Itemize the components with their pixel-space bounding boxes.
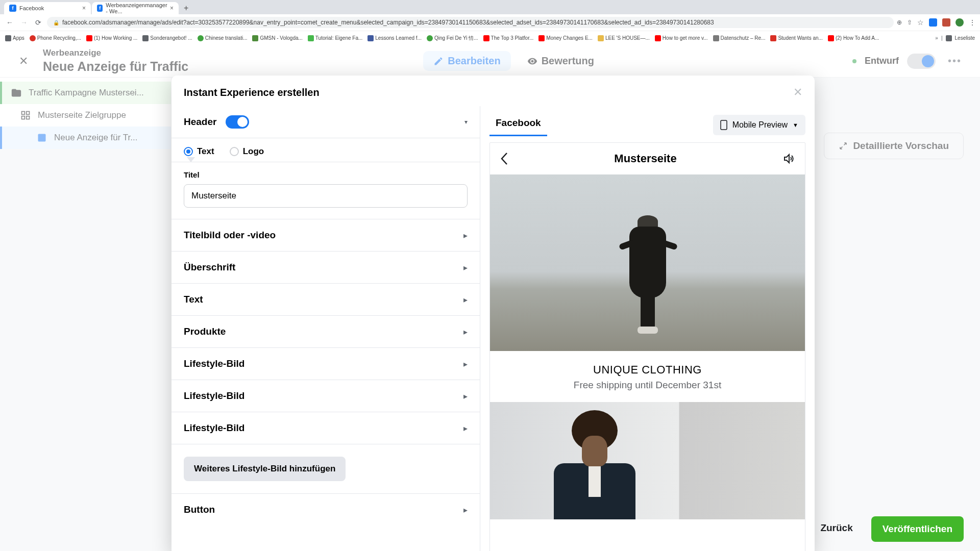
modal-header: Instant Experience erstellen ✕ xyxy=(172,76,815,106)
pencil-icon xyxy=(433,56,444,66)
bm-label: Student Wants an... xyxy=(778,35,822,41)
radio-logo[interactable]: Logo xyxy=(230,146,264,157)
section-header-header[interactable]: Header ▾ xyxy=(172,106,480,138)
star-icon[interactable]: ☆ xyxy=(917,18,924,27)
forward-button[interactable]: → xyxy=(18,17,30,28)
modal-close-button[interactable]: ✕ xyxy=(793,86,802,99)
chevron-right-icon: ▸ xyxy=(463,423,468,433)
tree-campaign[interactable]: Traffic Kampagne Mustersei... xyxy=(0,82,171,104)
close-tab-icon[interactable]: × xyxy=(170,5,174,12)
bookmark-item[interactable]: Phone Recycling,... xyxy=(30,35,81,41)
radio-text-label: Text xyxy=(197,146,214,157)
section-headline[interactable]: Überschrift▸ xyxy=(172,252,480,284)
radio-icon xyxy=(184,147,193,156)
section-label: Header xyxy=(184,116,216,128)
tab-review[interactable]: Bewertung xyxy=(517,51,604,71)
person-silhouette-icon xyxy=(625,215,671,338)
bookmark-item[interactable]: (1) How Working ... xyxy=(86,35,137,41)
section-lifestyle[interactable]: Lifestyle-Bild▸ xyxy=(172,380,480,412)
share-icon[interactable]: ⇧ xyxy=(907,19,912,26)
header-titles: Werbeanzeige Neue Anzeige für Traffic xyxy=(43,47,188,74)
folder-icon xyxy=(11,88,21,98)
back-arrow-icon[interactable] xyxy=(500,152,508,165)
publish-button[interactable]: Veröffentlichen xyxy=(871,516,964,542)
bookmark-item[interactable]: Student Wants an... xyxy=(770,35,822,41)
reload-button[interactable]: ⟳ xyxy=(33,17,44,28)
title-input[interactable] xyxy=(184,184,468,208)
readlist-label: Leseliste xyxy=(955,35,975,41)
bookmark-item[interactable]: Money Changes E... xyxy=(538,35,593,41)
section-lifestyle[interactable]: Lifestyle-Bild▸ xyxy=(172,348,480,380)
back-button[interactable]: ← xyxy=(4,17,15,28)
svg-rect-5 xyxy=(721,120,727,130)
preview-tab-facebook[interactable]: Facebook xyxy=(489,113,547,136)
instant-experience-modal: Instant Experience erstellen ✕ Header ▾ … xyxy=(172,76,815,551)
title-label: Titel xyxy=(184,170,468,179)
header-title: Neue Anzeige für Traffic xyxy=(43,59,188,74)
adset-label: Musterseite Zielgruppe xyxy=(38,110,126,120)
promo-headline: UNIQUE CLOTHING xyxy=(490,351,805,380)
section-text[interactable]: Text▸ xyxy=(172,284,480,316)
preview-panel: Facebook Mobile Preview ▼ Musterseite xyxy=(480,106,815,551)
bookmark-item[interactable]: Datenschutz – Re... xyxy=(713,35,766,41)
preview-device-select[interactable]: Mobile Preview ▼ xyxy=(713,115,805,135)
tab-title-1: Facebook xyxy=(19,5,44,11)
header-toggle[interactable] xyxy=(226,115,249,129)
bookmark-item[interactable]: Chinese translati... xyxy=(198,35,248,41)
menu-icon[interactable]: ⋮ xyxy=(969,18,976,27)
tab-edit[interactable]: Bearbeiten xyxy=(423,51,510,71)
facebook-favicon-icon: f xyxy=(9,5,16,12)
section-hero[interactable]: Titelbild oder -video▸ xyxy=(172,219,480,252)
bookmarks-overflow[interactable]: »|Leseliste xyxy=(935,35,975,41)
bm-label: LEE 'S HOUSE—... xyxy=(605,35,650,41)
address-bar[interactable]: 🔒 facebook.com/adsmanager/manage/ads/edi… xyxy=(47,17,894,28)
bm-label: Lessons Learned f... xyxy=(375,35,422,41)
zoom-icon[interactable]: ⊕ xyxy=(897,19,902,26)
detailed-preview-button[interactable]: Detaillierte Vorschau xyxy=(824,133,964,159)
url-text: facebook.com/adsmanager/manage/ads/edit?… xyxy=(62,19,714,26)
bm-label: How to get more v... xyxy=(663,35,708,41)
tree-adset[interactable]: Musterseite Zielgruppe xyxy=(0,104,171,127)
ad-icon xyxy=(37,133,47,143)
more-options-button[interactable]: ••• xyxy=(944,51,966,71)
sound-icon[interactable] xyxy=(782,153,795,165)
bookmark-item[interactable]: The Top 3 Platfor... xyxy=(483,35,534,41)
back-label: Zurück xyxy=(820,522,852,533)
bookmark-item[interactable]: GMSN - Vologda... xyxy=(252,35,302,41)
phone-icon xyxy=(720,120,727,130)
close-tab-icon[interactable]: × xyxy=(82,5,86,12)
tree-ad[interactable]: Neue Anzeige für Tr... xyxy=(0,127,171,149)
section-products[interactable]: Produkte▸ xyxy=(172,316,480,348)
radio-text[interactable]: Text xyxy=(184,146,214,157)
section-button[interactable]: Button▸ xyxy=(172,494,480,525)
browser-tab-2[interactable]: f Werbeanzeigenmanager - We... × xyxy=(92,2,179,14)
ad-status-toggle[interactable] xyxy=(907,54,936,69)
chevron-right-icon: ▸ xyxy=(463,505,468,515)
bm-label: Chinese translati... xyxy=(205,35,248,41)
svg-rect-1 xyxy=(27,112,30,115)
bookmark-item[interactable]: Tutorial: Eigene Fa... xyxy=(308,35,362,41)
ext-icon[interactable] xyxy=(929,18,937,27)
facebook-favicon-icon: f xyxy=(97,5,103,12)
avatar-icon[interactable] xyxy=(955,18,964,27)
bookmark-item[interactable]: (2) How To Add A... xyxy=(828,35,879,41)
acc-label: Produkte xyxy=(184,326,226,337)
browser-tab-1[interactable]: f Facebook × xyxy=(4,2,91,14)
modal-body: Header ▾ Text Logo Titel Titelbild oder … xyxy=(172,106,815,551)
section-lifestyle[interactable]: Lifestyle-Bild▸ xyxy=(172,412,480,444)
bookmark-item[interactable]: Qing Fei De Yi 情... xyxy=(427,35,478,42)
bookmark-item[interactable]: LEE 'S HOUSE—... xyxy=(598,35,650,41)
add-lifestyle-button[interactable]: Weiteres Lifestyle-Bild hinzufügen xyxy=(184,457,346,481)
new-tab-button[interactable]: + xyxy=(184,4,188,13)
apps-button[interactable]: Apps xyxy=(5,35,24,41)
campaign-label: Traffic Kampagne Mustersei... xyxy=(29,88,144,98)
bookmark-item[interactable]: Sonderangebot! ... xyxy=(142,35,192,41)
chevron-right-icon: ▸ xyxy=(463,231,468,240)
bookmark-item[interactable]: How to get more v... xyxy=(655,35,708,41)
close-editor-button[interactable]: ✕ xyxy=(14,52,33,70)
back-button[interactable]: Zurück xyxy=(811,516,862,542)
publish-label: Veröffentlichen xyxy=(883,523,952,534)
ext-icon[interactable] xyxy=(942,18,950,27)
bookmark-item[interactable]: Lessons Learned f... xyxy=(368,35,422,41)
svg-rect-3 xyxy=(27,116,30,119)
